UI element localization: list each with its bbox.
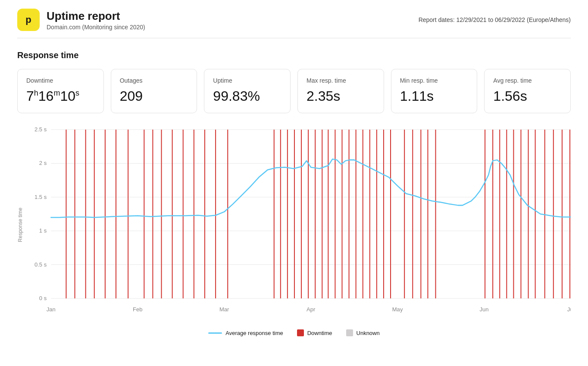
subtitle: Domain.com (Monitoring since 2020) bbox=[47, 24, 145, 31]
stat-card-uptime: Uptime 99.83% bbox=[204, 69, 291, 113]
stat-value-outages: 209 bbox=[120, 88, 188, 104]
page-title: Uptime report bbox=[47, 9, 145, 23]
stat-label-uptime: Uptime bbox=[213, 77, 281, 84]
stat-card-outages: Outages 209 bbox=[111, 69, 197, 113]
chart-legend: Average response time Downtime Unknown bbox=[17, 329, 571, 336]
stat-value-min-resp: 1.11s bbox=[400, 88, 469, 104]
stat-value-max-resp: 2.35s bbox=[307, 88, 375, 104]
stat-label-downtime: Downtime bbox=[26, 77, 95, 84]
header-titles: Uptime report Domain.com (Monitoring sin… bbox=[47, 9, 145, 31]
legend-item-avg: Average response time bbox=[208, 330, 283, 336]
stat-label-outages: Outages bbox=[120, 77, 188, 84]
stat-card-max-resp: Max resp. time 2.35s bbox=[297, 69, 384, 113]
stat-card-avg-resp: Avg resp. time 1.56s bbox=[484, 69, 571, 113]
svg-text:0 s: 0 s bbox=[39, 295, 47, 301]
legend-label-downtime: Downtime bbox=[307, 330, 332, 336]
svg-text:Jun: Jun bbox=[480, 306, 489, 313]
stat-label-max-resp: Max resp. time bbox=[307, 77, 375, 84]
legend-label-unknown: Unknown bbox=[357, 330, 380, 336]
main-content: Response time Downtime 7h16m10s Outages … bbox=[0, 38, 588, 336]
legend-item-downtime: Downtime bbox=[297, 329, 332, 336]
report-dates: Report dates: 12/29/2021 to 06/29/2022 (… bbox=[419, 16, 571, 23]
stat-label-min-resp: Min resp. time bbox=[400, 77, 469, 84]
header-left: p Uptime report Domain.com (Monitoring s… bbox=[17, 9, 145, 31]
svg-text:Jan: Jan bbox=[47, 306, 56, 313]
svg-text:May: May bbox=[392, 306, 403, 313]
stats-row: Downtime 7h16m10s Outages 209 Uptime 99.… bbox=[17, 69, 571, 113]
legend-rect-downtime bbox=[297, 329, 304, 336]
svg-text:1.5 s: 1.5 s bbox=[34, 194, 47, 200]
legend-rect-unknown bbox=[346, 329, 353, 336]
stat-card-downtime: Downtime 7h16m10s bbox=[17, 69, 104, 113]
stat-card-min-resp: Min resp. time 1.11s bbox=[391, 69, 478, 113]
svg-text:0.5 s: 0.5 s bbox=[34, 261, 47, 268]
svg-text:2.5 s: 2.5 s bbox=[34, 126, 47, 133]
svg-text:Apr: Apr bbox=[307, 306, 316, 313]
chart-svg: 2.5 s 2 s 1.5 s 1 s 0.5 s 0 s Jan Feb Ma… bbox=[25, 125, 571, 324]
stat-value-uptime: 99.83% bbox=[213, 88, 281, 104]
legend-line-avg bbox=[208, 332, 222, 334]
legend-label-avg: Average response time bbox=[225, 330, 283, 336]
header: p Uptime report Domain.com (Monitoring s… bbox=[0, 0, 588, 38]
svg-text:Feb: Feb bbox=[133, 306, 142, 313]
svg-text:Jul: Jul bbox=[567, 306, 571, 313]
svg-text:2 s: 2 s bbox=[39, 160, 47, 166]
section-title: Response time bbox=[17, 50, 571, 60]
chart-inner: 2.5 s 2 s 1.5 s 1 s 0.5 s 0 s Jan Feb Ma… bbox=[25, 125, 571, 324]
svg-text:1 s: 1 s bbox=[39, 227, 47, 234]
svg-text:Mar: Mar bbox=[219, 306, 229, 313]
legend-item-unknown: Unknown bbox=[346, 329, 380, 336]
stat-value-avg-resp: 1.56s bbox=[493, 88, 562, 104]
stat-value-downtime: 7h16m10s bbox=[26, 88, 95, 104]
stat-label-avg-resp: Avg resp. time bbox=[493, 77, 562, 84]
logo: p bbox=[17, 9, 40, 31]
chart-area: Response time 2.5 s 2 s 1.5 s 1 s 0.5 bbox=[17, 125, 571, 324]
y-axis-label: Response time bbox=[17, 125, 23, 324]
